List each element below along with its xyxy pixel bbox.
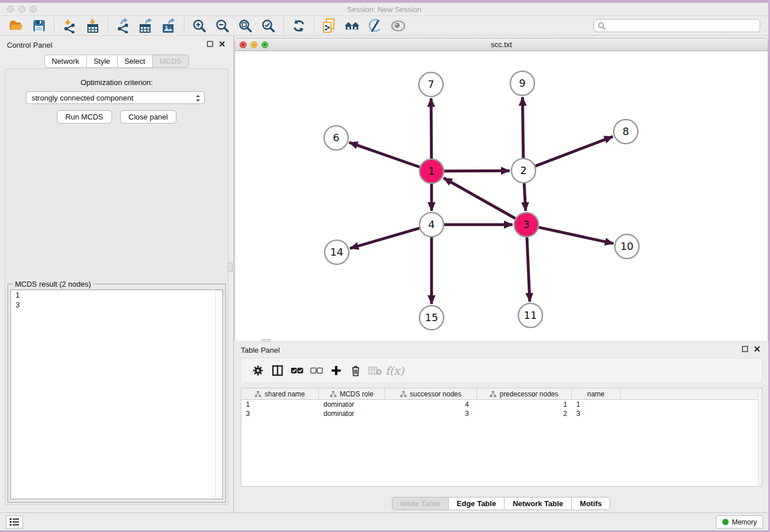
control-panel: Control Panel Network Style Select MCDS … — [0, 36, 233, 512]
zoom-selected-button[interactable] — [260, 18, 277, 34]
tab-node-table[interactable]: Node Table — [392, 497, 449, 510]
zoom-in-button[interactable] — [191, 18, 208, 34]
table-scrollbar[interactable] — [758, 388, 762, 486]
table-row[interactable]: 3 dominator 3 2 3 — [241, 409, 762, 418]
tab-edge-table[interactable]: Edge Table — [449, 497, 505, 510]
vizmapper-button[interactable] — [367, 18, 384, 34]
splitter-grip-vertical[interactable] — [228, 263, 233, 272]
graph-node-6[interactable]: 6 — [324, 126, 348, 150]
graph-node-4[interactable]: 4 — [419, 213, 444, 237]
status-bar: Memory — [0, 512, 768, 530]
graph-node-14[interactable]: 14 — [325, 240, 349, 264]
graph-edge-3-1[interactable] — [444, 178, 515, 218]
close-table-panel-icon[interactable] — [754, 346, 760, 352]
table-row[interactable]: 1 dominator 4 1 1 — [241, 400, 762, 409]
graph-edge-3-11[interactable] — [527, 237, 530, 302]
node-table[interactable]: shared name MCDS role successor nodes pr… — [241, 388, 763, 487]
graph-edge-4-14[interactable] — [350, 228, 419, 248]
graph-node-7[interactable]: 7 — [419, 72, 443, 97]
tab-select[interactable]: Select — [118, 55, 153, 68]
graph-node-10[interactable]: 10 — [615, 234, 639, 259]
float-panel-icon[interactable] — [207, 41, 213, 47]
tree-icon — [490, 391, 496, 398]
column-browser-button[interactable] — [268, 362, 287, 379]
column-header-shared-name[interactable]: shared name — [241, 388, 319, 399]
graph-node-9[interactable]: 9 — [510, 71, 534, 95]
close-panel-icon[interactable] — [219, 41, 225, 47]
network-canvas[interactable]: 7968124314101511 — [235, 51, 768, 341]
tab-motifs[interactable]: Motifs — [572, 497, 610, 510]
zoom-out-icon — [215, 18, 230, 33]
task-history-button[interactable] — [6, 515, 23, 529]
zoom-fit-icon — [238, 18, 253, 33]
open-session-button[interactable] — [7, 18, 25, 34]
graph-edge-1-7[interactable] — [431, 98, 432, 159]
toolbar-separator — [283, 18, 284, 33]
graph-node-11[interactable]: 11 — [518, 303, 542, 327]
columns-icon — [272, 365, 283, 376]
zoom-out-button[interactable] — [214, 18, 231, 34]
network-window-titlebar[interactable]: × − + scc.txt — [235, 38, 768, 51]
tab-mcds[interactable]: MCDS — [153, 55, 189, 68]
table-toolbar: f(x) — [241, 358, 763, 383]
graph-edge-2-9[interactable] — [522, 97, 523, 158]
tree-icon — [255, 391, 261, 398]
zoom-fit-button[interactable] — [237, 18, 254, 34]
graph-edge-1-6[interactable] — [349, 142, 420, 167]
graph-edge-1-2[interactable] — [444, 171, 510, 171]
table-options-button[interactable] — [248, 362, 268, 379]
unchecked-checkboxes-icon — [310, 367, 323, 374]
graph-edge-2-3[interactable] — [524, 183, 526, 211]
tab-network-table[interactable]: Network Table — [505, 497, 572, 510]
show-graphics-details-button[interactable] — [390, 18, 407, 34]
column-header-name[interactable]: name — [572, 388, 621, 399]
apply-layout-button[interactable] — [290, 18, 307, 34]
export-image-button[interactable] — [160, 18, 178, 34]
mcds-result-groupbox: MCDS result (2 nodes) 1 3 — [7, 284, 226, 503]
cell-name: 3 — [572, 409, 621, 418]
criterion-dropdown[interactable]: strongly connected component — [26, 91, 205, 104]
search-input[interactable] — [608, 22, 760, 30]
delete-column-button[interactable] — [346, 362, 365, 379]
graph-node-15[interactable]: 15 — [419, 306, 444, 330]
save-session-button[interactable] — [30, 18, 48, 34]
column-header-mcds-role[interactable]: MCDS role — [319, 388, 385, 399]
memory-button[interactable]: Memory — [716, 515, 763, 529]
function-builder-button[interactable]: f(x) — [385, 362, 405, 379]
slash-circle-icon — [368, 18, 383, 33]
titlebar: Session: New Session — [0, 3, 768, 16]
import-network-button[interactable] — [61, 18, 78, 34]
run-mcds-button[interactable]: Run MCDS — [57, 110, 112, 124]
select-all-columns-button[interactable] — [287, 362, 307, 379]
tab-network[interactable]: Network — [44, 55, 87, 68]
plus-icon — [330, 365, 342, 376]
mcds-result-list[interactable]: 1 3 — [10, 290, 223, 499]
column-header-successor-nodes[interactable]: successor nodes — [385, 388, 477, 399]
first-neighbors-button[interactable] — [344, 18, 361, 34]
search-field[interactable] — [594, 19, 760, 32]
column-header-predecessor-nodes[interactable]: predecessor nodes — [477, 388, 572, 399]
result-scrollbar[interactable] — [215, 290, 222, 499]
graph-node-2[interactable]: 2 — [511, 159, 536, 183]
create-column-button[interactable] — [326, 362, 346, 379]
graph-node-3[interactable]: 3 — [514, 213, 538, 237]
svg-text:10: 10 — [621, 240, 634, 252]
new-network-from-selection-button[interactable] — [321, 18, 338, 34]
toolbar-separator — [54, 18, 55, 33]
graph-node-8[interactable]: 8 — [614, 119, 638, 144]
export-network-button[interactable] — [114, 18, 132, 34]
close-panel-button[interactable]: Close panel — [120, 110, 177, 124]
graph-node-1[interactable]: 1 — [419, 159, 444, 183]
dropdown-chevrons-icon — [195, 94, 201, 103]
delete-table-button[interactable] — [365, 362, 385, 379]
graph-edge-2-8[interactable] — [536, 137, 613, 167]
float-table-panel-icon[interactable] — [742, 346, 748, 352]
deselect-all-columns-button[interactable] — [307, 362, 326, 379]
copy-network-icon — [322, 18, 337, 34]
graph-edge-3-10[interactable] — [538, 228, 613, 244]
delete-table-icon — [368, 366, 382, 375]
tab-style[interactable]: Style — [87, 55, 118, 68]
export-table-button[interactable] — [137, 18, 155, 34]
import-table-button[interactable] — [84, 18, 101, 34]
network-graph[interactable]: 7968124314101511 — [235, 51, 768, 341]
